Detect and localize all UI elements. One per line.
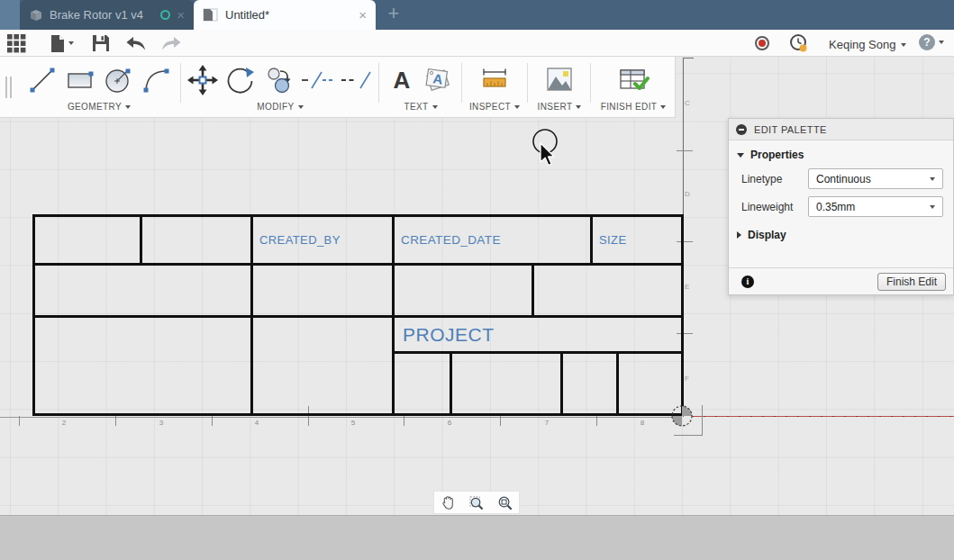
finish-edit-button[interactable]: Finish Edit — [877, 273, 946, 291]
collapse-icon[interactable] — [736, 124, 747, 135]
sheet-corner-mark — [702, 405, 703, 435]
pointer-cursor — [530, 127, 569, 174]
group-label[interactable]: INSERT — [538, 102, 573, 112]
pan-icon[interactable] — [440, 494, 457, 511]
chevron-down-icon — [660, 105, 666, 109]
redo-icon[interactable] — [160, 33, 182, 53]
title-block-cell[interactable] — [534, 266, 681, 315]
title-block-cell[interactable] — [35, 217, 142, 263]
title-block-cell[interactable] — [142, 217, 253, 263]
line-icon[interactable] — [26, 65, 59, 95]
group-label[interactable]: TEXT — [404, 102, 428, 112]
ribbon-drag-handle[interactable] — [5, 77, 12, 98]
size-attribute[interactable]: SIZE — [599, 233, 627, 247]
cube-icon — [29, 8, 43, 22]
linetype-select[interactable]: Continuous — [808, 168, 943, 189]
title-block-cell[interactable] — [253, 318, 395, 413]
project-attribute[interactable]: PROJECT — [403, 324, 495, 346]
file-new-icon[interactable] — [47, 33, 76, 53]
move-icon[interactable] — [186, 64, 219, 96]
extend-icon[interactable] — [340, 65, 374, 95]
palette-title: EDIT PALETTE — [754, 124, 827, 135]
group-finish-edit: FINISH EDIT — [593, 60, 674, 112]
chevron-down-icon — [125, 105, 131, 109]
zone-number: 3 — [159, 419, 163, 427]
sync-status-icon — [160, 10, 170, 20]
measure-icon[interactable] — [479, 66, 510, 95]
group-separator — [461, 63, 462, 103]
properties-section-header[interactable]: Properties — [729, 140, 953, 165]
new-tab-button[interactable]: + — [382, 2, 405, 27]
group-label[interactable]: FINISH EDIT — [601, 102, 658, 112]
zone-number: 2 — [62, 419, 66, 427]
edit-palette-header: EDIT PALETTE — [729, 119, 953, 140]
copy-icon[interactable] — [262, 64, 295, 96]
title-block-cell[interactable]: PROJECT — [395, 318, 681, 354]
group-inspect: INSPECT — [463, 60, 526, 112]
record-icon[interactable] — [751, 33, 773, 53]
triangle-expanded-icon — [737, 153, 744, 158]
clock-icon[interactable] — [787, 33, 809, 53]
info-icon[interactable]: i — [741, 275, 754, 288]
section-label: Properties — [750, 149, 804, 161]
document-tab-bar: Brake Rotor v1 v4 × Untitled* × + — [0, 0, 954, 30]
zone-number: 6 — [448, 419, 451, 427]
trim-icon[interactable] — [300, 65, 334, 95]
group-label[interactable]: GEOMETRY — [68, 102, 122, 112]
title-block-cell[interactable] — [35, 266, 253, 315]
title-block-cell[interactable]: CREATED_DATE — [395, 217, 593, 263]
rectangle-icon[interactable] — [64, 65, 96, 95]
attribute-text-icon[interactable]: A — [421, 65, 453, 95]
created-by-attribute[interactable]: CREATED_BY — [259, 233, 341, 247]
lineweight-select[interactable]: 0.35mm — [808, 196, 943, 217]
title-block-cell[interactable] — [253, 266, 395, 315]
title-block-subrow — [395, 354, 681, 413]
triangle-collapsed-icon — [737, 231, 741, 239]
zoom-icon[interactable] — [496, 494, 513, 511]
quick-access-toolbar: Keqing Song ? — [0, 30, 954, 57]
close-icon[interactable]: × — [177, 8, 185, 22]
title-block-cell[interactable] — [35, 318, 253, 413]
title-block[interactable]: CREATED_BY CREATED_DATE SIZE — [32, 214, 684, 416]
title-block-row: CREATED_BY CREATED_DATE SIZE — [35, 217, 681, 266]
insert-image-icon[interactable] — [544, 66, 575, 95]
group-separator — [527, 63, 528, 103]
text-icon[interactable]: A — [388, 66, 415, 95]
group-text: A A TEXT — [382, 60, 459, 112]
save-icon[interactable] — [90, 33, 112, 53]
finish-edit-icon[interactable] — [617, 66, 650, 95]
close-icon[interactable]: × — [359, 8, 367, 22]
title-block-cell[interactable]: CREATED_BY — [253, 217, 395, 263]
zone-letter: C — [685, 99, 690, 107]
rotate-icon[interactable] — [224, 64, 257, 96]
undo-icon[interactable] — [125, 33, 147, 53]
circle-icon[interactable] — [102, 64, 134, 96]
app-grid-icon[interactable] — [5, 33, 27, 53]
user-menu[interactable]: Keqing Song — [829, 38, 906, 51]
zone-tick — [677, 150, 693, 151]
tab-untitled[interactable]: Untitled* × — [194, 0, 376, 30]
display-section-header[interactable]: Display — [729, 221, 953, 245]
group-label[interactable]: MODIFY — [257, 102, 294, 112]
help-menu[interactable]: ? — [919, 34, 944, 50]
x-axis-line — [692, 416, 954, 418]
lineweight-label: Lineweight — [741, 201, 808, 213]
chevron-down-icon — [68, 41, 74, 45]
title-block-row — [35, 266, 681, 318]
title-block-cell[interactable] — [563, 354, 619, 413]
title-block-cell[interactable] — [395, 354, 452, 413]
group-label[interactable]: INSPECT — [469, 102, 511, 112]
tab-brake-rotor[interactable]: Brake Rotor v1 v4 × — [20, 0, 194, 30]
group-insert: INSERT — [530, 60, 589, 112]
edit-palette-footer: i Finish Edit — [729, 267, 953, 294]
zone-tick — [115, 416, 116, 426]
title-block-cell[interactable] — [395, 266, 534, 315]
title-block-cell[interactable]: SIZE — [593, 217, 681, 263]
created-date-attribute[interactable]: CREATED_DATE — [401, 233, 501, 247]
zoom-window-icon[interactable] — [468, 494, 485, 511]
arc-icon[interactable] — [140, 65, 172, 95]
title-block-cell[interactable] — [452, 354, 563, 413]
zone-tick — [500, 416, 501, 426]
linetype-row: Linetype Continuous — [729, 165, 953, 193]
tab-bar-left-strip — [0, 0, 20, 30]
